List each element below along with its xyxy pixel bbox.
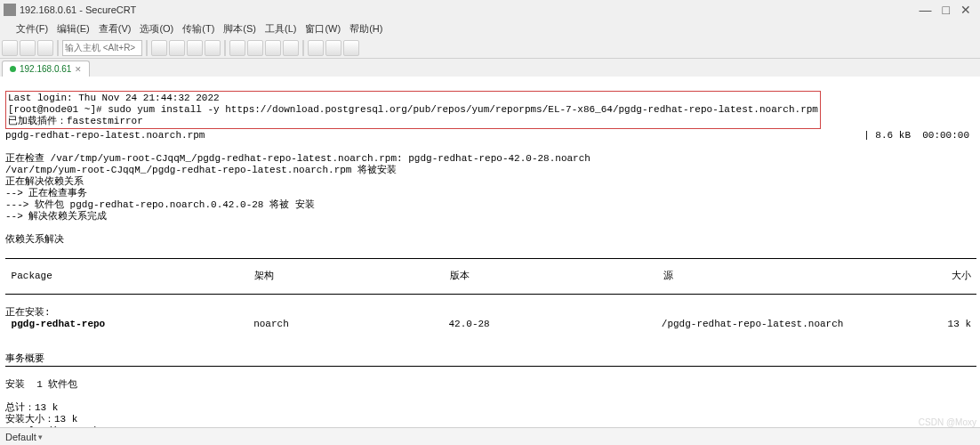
tb-quick-icon[interactable] — [20, 40, 36, 56]
terminal-line: 正在安装: — [5, 307, 51, 318]
col-arch: 架构 — [254, 271, 450, 282]
highlighted-command: Last login: Thu Nov 24 21:44:32 2022 [ro… — [5, 91, 821, 129]
close-button[interactable]: ✕ — [960, 3, 971, 17]
cell-arch: noarch — [253, 319, 448, 330]
menu-file[interactable]: 文件(F) — [12, 20, 52, 37]
toolbar-separator — [302, 40, 304, 56]
menu-view[interactable]: 查看(V) — [95, 20, 135, 37]
status-bar: Default ▾ — [0, 427, 980, 445]
tab-label: 192.168.0.61 — [20, 64, 71, 74]
tb-btn-icon[interactable] — [187, 40, 203, 56]
terminal-line: 安装 1 软件包 — [5, 379, 77, 390]
cell-package: pgdg-redhat-repo — [5, 319, 253, 330]
tb-btn-icon[interactable] — [265, 40, 281, 56]
tb-connect-icon[interactable] — [2, 40, 18, 56]
menu-options[interactable]: 选项(O) — [136, 20, 177, 37]
tb-btn-icon[interactable] — [283, 40, 299, 56]
tb-btn-icon[interactable] — [343, 40, 359, 56]
terminal-line: pgdg-redhat-repo-latest.noarch.rpm — [5, 130, 205, 141]
terminal-line: --> 解决依赖关系完成 — [5, 211, 107, 222]
window-buttons: — □ ✕ — [920, 3, 976, 17]
status-label[interactable]: Default — [5, 432, 36, 442]
terminal-pane[interactable]: Last login: Thu Nov 24 21:44:32 2022 [ro… — [0, 77, 980, 427]
terminal-line: 安装大小：13 k — [5, 414, 77, 425]
tb-btn-icon[interactable] — [308, 40, 324, 56]
terminal-line: --> 正在检查事务 — [5, 188, 87, 198]
toolbar-separator — [224, 40, 226, 56]
tb-btn-icon[interactable] — [205, 40, 221, 56]
table-row: pgdg-redhat-reponoarch42.0-28/pgdg-redha… — [5, 319, 976, 330]
menu-transfer[interactable]: 传输(T) — [179, 20, 218, 37]
terminal-line: Last login: Thu Nov 24 21:44:32 2022 — [8, 93, 220, 103]
terminal-line: [root@node01 ~]# sudo yum install -y htt… — [8, 104, 818, 115]
tb-btn-icon[interactable] — [247, 40, 263, 56]
tb-btn-icon[interactable] — [229, 40, 245, 56]
tab-close-icon[interactable]: ✕ — [75, 65, 82, 74]
terminal-line: 事务概要 — [5, 353, 44, 364]
terminal-right: | 8.6 kB 00:00:00 — [864, 130, 969, 142]
minimize-button[interactable]: — — [920, 3, 932, 17]
toolbar-separator — [57, 40, 59, 56]
menu-edit[interactable]: 编辑(E) — [53, 20, 93, 37]
col-repo: 源 — [663, 271, 843, 282]
window-title: 192.168.0.61 - SecureCRT — [20, 4, 920, 15]
title-bar: 192.168.0.61 - SecureCRT — □ ✕ — [0, 0, 980, 20]
terminal-line: ---> 软件包 pgdg-redhat-repo.noarch.0.42.0-… — [5, 199, 315, 210]
menu-help[interactable]: 帮助(H) — [346, 20, 386, 37]
tb-script-icon[interactable] — [37, 40, 53, 56]
col-size: 大小 — [843, 271, 976, 282]
menu-window[interactable]: 窗口(W) — [301, 20, 344, 37]
maximize-button[interactable]: □ — [943, 3, 950, 17]
table-border: Package架构版本源大小 — [5, 258, 976, 295]
toolbar — [0, 37, 980, 59]
terminal-line: 已加载插件：fastestmirror — [8, 116, 143, 126]
table-header-row: Package架构版本源大小 — [5, 271, 976, 282]
terminal-line: /var/tmp/yum-root-CJqqM_/pgdg-redhat-rep… — [5, 165, 397, 175]
menu-script[interactable]: 脚本(S) — [220, 20, 260, 37]
connected-icon — [10, 66, 16, 72]
menu-bar: 文件(F) 编辑(E) 查看(V) 选项(O) 传输(T) 脚本(S) 工具(L… — [0, 20, 980, 37]
tab-bar: 192.168.0.61 ✕ — [0, 59, 980, 77]
terminal-line: Downloading packages: — [5, 425, 129, 427]
session-tab[interactable]: 192.168.0.61 ✕ — [2, 61, 90, 77]
tb-btn-icon[interactable] — [169, 40, 185, 56]
cell-repo: /pgdg-redhat-repo-latest.noarch — [662, 319, 844, 330]
terminal-line: 正在检查 /var/tmp/yum-root-CJqqM_/pgdg-redha… — [5, 153, 590, 164]
tb-btn-icon[interactable] — [151, 40, 167, 56]
terminal-line: 正在解决依赖关系 — [5, 176, 84, 187]
chevron-down-icon[interactable]: ▾ — [38, 433, 43, 441]
toolbar-separator — [146, 40, 148, 56]
tb-btn-icon[interactable] — [325, 40, 341, 56]
col-version: 版本 — [450, 271, 663, 282]
app-icon — [4, 4, 16, 16]
col-package: Package — [5, 271, 254, 282]
terminal-line: 总计：13 k — [5, 402, 58, 413]
cell-size: 13 k — [843, 319, 976, 330]
cell-version: 42.0-28 — [449, 319, 662, 330]
menu-tools[interactable]: 工具(L) — [261, 20, 300, 37]
host-input[interactable] — [62, 40, 142, 56]
table-border — [5, 366, 976, 367]
terminal-line: 依赖关系解决 — [5, 234, 64, 245]
